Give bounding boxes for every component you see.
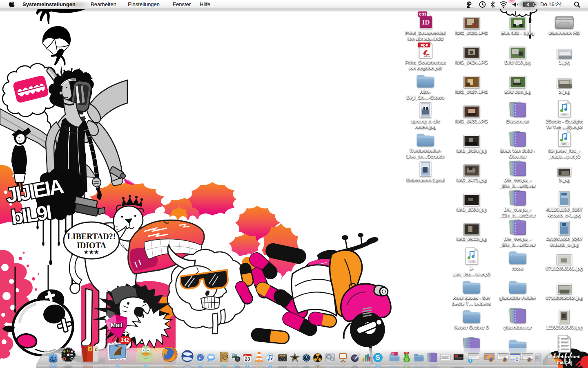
svg-text:MP3: MP3: [470, 260, 474, 263]
svg-text:IDIOTA: IDIOTA: [77, 241, 106, 250]
svg-text:★★★: ★★★: [84, 249, 99, 255]
svg-text:142: 142: [121, 337, 129, 343]
svg-text:MP3: MP3: [562, 143, 567, 145]
svg-text:@: @: [223, 355, 227, 359]
svg-text:ID: ID: [422, 18, 430, 26]
svg-text:S: S: [470, 359, 472, 362]
svg-text:MP3: MP3: [562, 113, 567, 116]
svg-text:A: A: [89, 347, 91, 351]
svg-text:Z: Z: [94, 348, 97, 352]
svg-text:PDF: PDF: [421, 43, 428, 47]
svg-text:23: 23: [245, 357, 250, 361]
svg-text:Adobe: Adobe: [424, 55, 430, 57]
svg-text:CS3: CS3: [419, 12, 426, 16]
svg-text:LIBERTAD?!: LIBERTAD?!: [67, 232, 116, 241]
svg-text:S: S: [376, 354, 380, 361]
